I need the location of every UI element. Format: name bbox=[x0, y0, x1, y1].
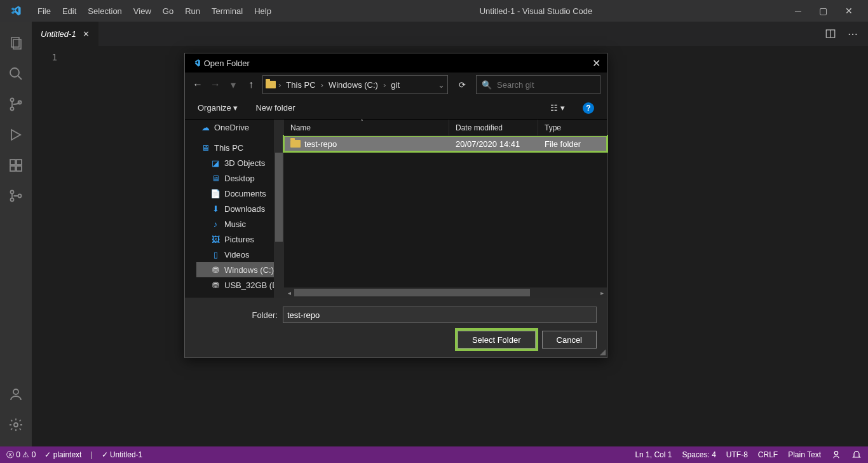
search-input[interactable] bbox=[497, 80, 604, 90]
drive-icon: ⛃ bbox=[210, 265, 220, 275]
menu-selection[interactable]: Selection bbox=[82, 0, 127, 22]
status-language[interactable]: Plain Text bbox=[788, 450, 821, 459]
status-language-select[interactable]: ✓ plaintext bbox=[44, 450, 81, 459]
tab-close-icon[interactable]: ✕ bbox=[83, 29, 90, 39]
nav-up-icon[interactable]: ↑ bbox=[245, 79, 257, 90]
new-folder-button[interactable]: New folder bbox=[255, 103, 295, 113]
tree-documents[interactable]: 📄Documents bbox=[196, 186, 284, 201]
cube-icon: ◪ bbox=[210, 158, 220, 168]
tree-3d-objects[interactable]: ◪3D Objects bbox=[196, 155, 284, 170]
address-bar[interactable]: › This PC › Windows (C:) › git ⌄ bbox=[262, 75, 448, 94]
status-notifications-icon[interactable] bbox=[851, 450, 862, 460]
status-ln-col[interactable]: Ln 1, Col 1 bbox=[635, 450, 672, 459]
search-box[interactable]: 🔍 bbox=[476, 75, 600, 94]
column-headers: ˄ Name Date modified Type bbox=[284, 120, 607, 136]
col-type[interactable]: Type bbox=[538, 120, 595, 135]
view-options-icon[interactable]: ☷ ▾ bbox=[550, 103, 565, 113]
addr-dropdown-icon[interactable]: ⌄ bbox=[438, 80, 445, 90]
select-folder-button[interactable]: Select Folder bbox=[458, 331, 536, 349]
dialog-titlebar[interactable]: Open Folder ✕ bbox=[185, 53, 607, 73]
status-problems[interactable]: ⓧ 0 ⚠ 0 bbox=[6, 450, 36, 460]
accounts-icon[interactable] bbox=[0, 379, 32, 410]
col-date[interactable]: Date modified bbox=[449, 120, 538, 135]
tree-this-pc[interactable]: 🖥This PC bbox=[196, 140, 284, 155]
dialog-body: ☁OneDrive 🖥This PC ◪3D Objects 🖥Desktop … bbox=[185, 120, 607, 298]
vscode-logo-icon bbox=[191, 58, 201, 68]
menu-view[interactable]: View bbox=[128, 0, 157, 22]
titlebar: File Edit Selection View Go Run Terminal… bbox=[0, 0, 868, 22]
scroll-right-icon[interactable]: ▸ bbox=[597, 289, 607, 296]
tree-music[interactable]: ♪Music bbox=[196, 216, 284, 232]
dialog-close-icon[interactable]: ✕ bbox=[592, 57, 600, 69]
file-row-test-repo[interactable]: test-repo 20/07/2020 14:41 File folder bbox=[284, 136, 607, 151]
status-feedback-icon[interactable] bbox=[831, 450, 841, 460]
window-maximize-icon[interactable]: ▢ bbox=[819, 6, 827, 16]
menu-file[interactable]: File bbox=[32, 0, 57, 22]
minimap[interactable] bbox=[804, 46, 868, 446]
vscode-logo-icon bbox=[0, 5, 32, 17]
breadcrumb-folder[interactable]: git bbox=[388, 80, 402, 90]
source-control-icon[interactable] bbox=[0, 89, 32, 120]
breadcrumb-this-pc[interactable]: This PC bbox=[283, 80, 318, 90]
monitor-icon: 🖥 bbox=[200, 142, 210, 153]
menu-go[interactable]: Go bbox=[157, 0, 179, 22]
search-icon[interactable] bbox=[0, 59, 32, 89]
explorer-icon[interactable] bbox=[0, 28, 32, 59]
split-editor-icon[interactable] bbox=[825, 28, 836, 40]
svg-point-12 bbox=[11, 198, 14, 202]
scrollbar-thumb[interactable] bbox=[275, 153, 283, 242]
folder-name-input[interactable] bbox=[283, 307, 597, 323]
svg-point-4 bbox=[11, 99, 14, 102]
breadcrumb-drive[interactable]: Windows (C:) bbox=[326, 80, 381, 90]
nav-forward-icon[interactable]: → bbox=[209, 79, 222, 90]
svg-point-14 bbox=[13, 389, 18, 394]
tree-pictures[interactable]: 🖼Pictures bbox=[196, 232, 284, 247]
status-eol[interactable]: CRLF bbox=[758, 450, 778, 459]
window-minimize-icon[interactable]: ─ bbox=[795, 6, 801, 16]
resize-grip-icon[interactable]: ◢ bbox=[600, 347, 606, 356]
tree-usb[interactable]: ⛃USB_32GB (D:) bbox=[196, 277, 284, 293]
run-debug-icon[interactable] bbox=[0, 120, 32, 150]
file-list[interactable]: ˄ Name Date modified Type test-repo 20/0… bbox=[284, 120, 607, 298]
svg-point-2 bbox=[10, 68, 19, 77]
gitlens-icon[interactable] bbox=[0, 181, 32, 211]
tree-onedrive[interactable]: ☁OneDrive bbox=[196, 120, 284, 135]
status-encoding[interactable]: UTF-8 bbox=[726, 450, 748, 459]
settings-gear-icon[interactable] bbox=[0, 410, 32, 440]
svg-rect-8 bbox=[10, 166, 15, 171]
organize-menu[interactable]: Organize ▾ bbox=[198, 103, 238, 113]
status-spaces[interactable]: Spaces: 4 bbox=[682, 450, 715, 459]
download-icon: ⬇ bbox=[210, 204, 220, 214]
cancel-button[interactable]: Cancel bbox=[542, 331, 597, 349]
scrollbar-thumb[interactable] bbox=[294, 289, 530, 296]
music-icon: ♪ bbox=[210, 219, 220, 229]
menu-help[interactable]: Help bbox=[248, 0, 277, 22]
nav-back-icon[interactable]: ← bbox=[191, 79, 204, 90]
svg-point-15 bbox=[14, 423, 18, 427]
tree-scrollbar[interactable] bbox=[274, 120, 284, 298]
tab-untitled-1[interactable]: Untitled-1 ✕ bbox=[32, 22, 98, 46]
help-icon[interactable]: ? bbox=[583, 102, 594, 114]
menu-terminal[interactable]: Terminal bbox=[206, 0, 248, 22]
scroll-left-icon[interactable]: ◂ bbox=[284, 289, 294, 296]
menu-edit[interactable]: Edit bbox=[57, 0, 82, 22]
nav-tree[interactable]: ☁OneDrive 🖥This PC ◪3D Objects 🖥Desktop … bbox=[185, 120, 284, 298]
window-controls: ─ ▢ ✕ bbox=[795, 6, 868, 16]
activity-bar bbox=[0, 22, 32, 446]
tree-videos[interactable]: ▯Videos bbox=[196, 247, 284, 262]
tree-windows-c[interactable]: ⛃Windows (C:) bbox=[196, 262, 284, 277]
nav-recent-icon[interactable]: ▾ bbox=[227, 79, 240, 91]
tree-downloads[interactable]: ⬇Downloads bbox=[196, 201, 284, 216]
sort-indicator-icon: ˄ bbox=[360, 118, 363, 125]
extensions-icon[interactable] bbox=[0, 150, 32, 181]
col-name[interactable]: Name bbox=[284, 120, 449, 135]
refresh-icon[interactable]: ⟳ bbox=[453, 80, 471, 90]
svg-line-3 bbox=[18, 76, 22, 79]
svg-rect-10 bbox=[17, 160, 22, 165]
tree-desktop[interactable]: 🖥Desktop bbox=[196, 170, 284, 186]
menu-run[interactable]: Run bbox=[179, 0, 206, 22]
more-actions-icon[interactable]: ⋯ bbox=[848, 28, 858, 40]
window-close-icon[interactable]: ✕ bbox=[845, 6, 853, 16]
h-scrollbar[interactable]: ◂ ▸ bbox=[284, 287, 607, 298]
status-remote-file[interactable]: ✓ Untitled-1 bbox=[102, 450, 143, 459]
